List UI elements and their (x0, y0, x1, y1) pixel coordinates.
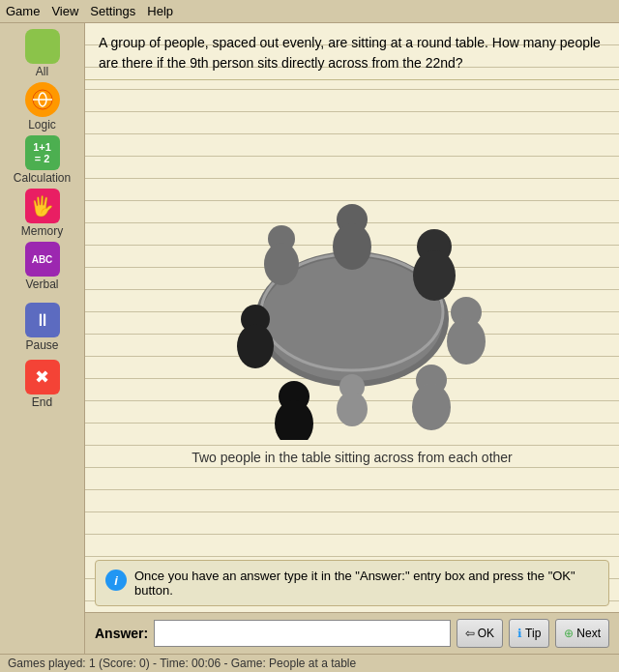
all-icon (25, 29, 60, 64)
answer-row: Answer: ⇦ OK ℹ Tip ⊕ ⊕Next Next (85, 612, 619, 654)
svg-point-22 (447, 318, 486, 365)
info-bar: i Once you have an answer type it in the… (95, 560, 609, 606)
svg-point-12 (413, 250, 456, 301)
sidebar-item-pause[interactable]: ⏸ Pause (6, 303, 79, 352)
sidebar-label-pause: Pause (25, 338, 58, 352)
calculation-icon: 1+1= 2 (25, 135, 60, 170)
table-illustration (197, 169, 507, 440)
tip-label: Tip (525, 627, 541, 640)
status-text: Games played: 1 (Score: 0) - Time: 00:06… (8, 657, 356, 670)
ok-icon: ⇦ (465, 627, 475, 640)
menu-game[interactable]: Game (6, 4, 40, 18)
svg-point-16 (275, 400, 313, 440)
illustration-caption: Two people in the table sitting across f… (192, 450, 513, 465)
sidebar-item-logic[interactable]: Logic (6, 82, 79, 131)
info-text: Once you have an answer type it in the "… (134, 569, 599, 598)
sidebar-label-calculation: Calculation (14, 171, 71, 185)
sidebar-item-calculation[interactable]: 1+1= 2 Calculation (6, 135, 79, 185)
content-area: A group of people, spaced out evenly, ar… (85, 23, 619, 654)
illustration-area: Two people in the table sitting across f… (85, 80, 619, 554)
sidebar-item-end[interactable]: ✖ End (6, 360, 79, 409)
sidebar-label-verbal: Verbal (25, 278, 58, 291)
end-icon: ✖ (25, 360, 60, 394)
answer-label: Answer: (95, 626, 148, 641)
tip-button[interactable]: ℹ Tip (509, 619, 549, 648)
status-bar: Games played: 1 (Score: 0) - Time: 00:06… (0, 654, 619, 672)
memory-icon: 🖐 (25, 189, 60, 223)
ok-button[interactable]: ⇦ OK (457, 619, 503, 648)
pause-icon: ⏸ (25, 303, 60, 337)
menu-view[interactable]: View (51, 4, 78, 18)
info-icon: i (105, 570, 127, 591)
menu-help[interactable]: Help (147, 4, 173, 18)
sidebar-item-verbal[interactable]: ABC Verbal (6, 242, 79, 291)
svg-point-14 (237, 324, 274, 368)
svg-point-18 (337, 392, 368, 426)
sidebar-label-memory: Memory (21, 224, 63, 238)
next-icon: ⊕ (564, 627, 574, 640)
sidebar-item-all[interactable]: All (6, 29, 79, 78)
ok-label: OK (478, 627, 494, 640)
svg-point-10 (264, 243, 299, 285)
question-text: A group of people, spaced out evenly, ar… (85, 23, 619, 80)
sidebar-label-logic: Logic (28, 118, 56, 131)
svg-point-8 (333, 223, 371, 270)
sidebar-label-end: End (32, 395, 52, 409)
sidebar: All Logic 1+1= 2 Calculation 🖐 Memory AB… (0, 23, 85, 654)
next-button[interactable]: ⊕ ⊕Next Next (555, 619, 609, 648)
menu-settings[interactable]: Settings (90, 4, 135, 18)
sidebar-label-all: All (36, 65, 48, 78)
answer-input[interactable] (154, 620, 451, 647)
sidebar-item-memory[interactable]: 🖐 Memory (6, 189, 79, 238)
menu-bar: Game View Settings Help (0, 0, 619, 23)
svg-point-20 (412, 384, 451, 430)
tip-icon: ℹ (517, 627, 522, 640)
logic-icon (25, 82, 60, 117)
verbal-icon: ABC (25, 242, 60, 277)
main-area: All Logic 1+1= 2 Calculation 🖐 Memory AB… (0, 23, 619, 654)
